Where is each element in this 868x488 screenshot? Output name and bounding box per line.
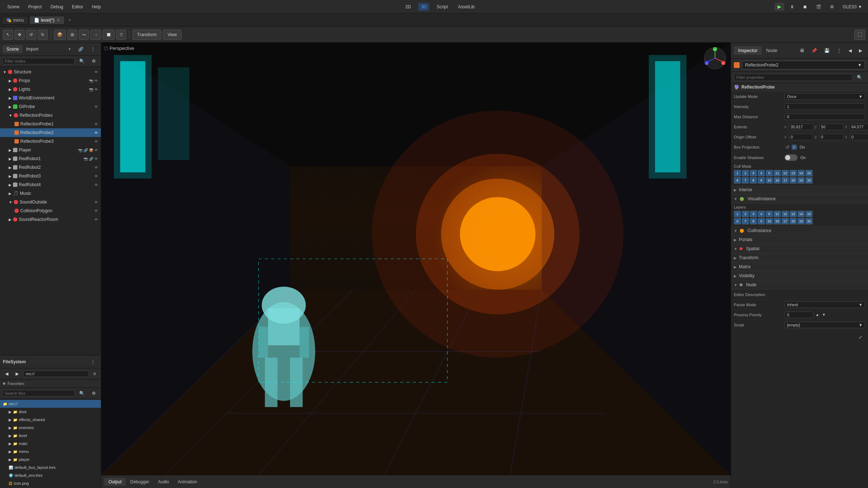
cull-cell-6[interactable]: 6 <box>734 177 741 184</box>
update-mode-dropdown[interactable]: Once ▼ <box>784 93 865 100</box>
settings-button[interactable]: ⚙ <box>827 3 837 11</box>
inspector-prev-button[interactable]: ◀ <box>846 47 855 55</box>
pause-mode-dropdown[interactable]: Inherit ▼ <box>784 301 865 308</box>
inspector-bookmark-button[interactable]: 📌 <box>809 47 820 55</box>
pause-button[interactable]: ⏸ <box>787 3 797 11</box>
layer-cell-4[interactable]: 4 <box>758 211 765 217</box>
inspector-tab-node[interactable]: Node <box>762 46 782 55</box>
structure-eye-icon[interactable]: 👁 <box>94 70 98 74</box>
giprobe-eye-icon[interactable]: 👁 <box>94 105 98 109</box>
layer-cell-16[interactable]: 16 <box>774 218 781 224</box>
layer-cell-19[interactable]: 19 <box>797 218 805 224</box>
cull-cell-8[interactable]: 8 <box>750 177 757 184</box>
tool-select[interactable]: ↖ <box>3 30 13 40</box>
section-node[interactable]: ▼ Node <box>731 281 868 290</box>
fs-item-main[interactable]: ▶ 📁 main <box>0 440 101 448</box>
cull-cell-2[interactable]: 2 <box>742 170 749 176</box>
mode-2d-button[interactable]: 2D <box>403 3 414 11</box>
scene-search-button[interactable]: 🔍 <box>76 57 88 65</box>
fs-item-default-env[interactable]: 🌍 default_env.tres <box>0 471 101 479</box>
fs-search-button[interactable]: 🔍 <box>76 389 88 397</box>
layer-cell-17[interactable]: 17 <box>782 218 789 224</box>
layer-cell-10[interactable]: 10 <box>766 218 773 224</box>
player-eye-icon[interactable]: 👁 <box>94 148 98 152</box>
fs-search-options[interactable]: ⚙ <box>89 389 99 397</box>
tree-item-player[interactable]: ▶ Player 📷 🔗 📦 👁 <box>0 146 101 154</box>
inspector-save-button[interactable]: 💾 <box>821 47 833 55</box>
cull-cell-4[interactable]: 4 <box>758 170 765 176</box>
menu-debug[interactable]: Debug <box>46 3 67 11</box>
script-dropdown[interactable]: [empty] ▼ <box>784 322 865 328</box>
fs-back-button[interactable]: ◀ <box>2 370 11 378</box>
bottom-tab-audio[interactable]: Audio <box>154 478 174 486</box>
section-visibility[interactable]: ▶ Visibility <box>731 271 868 281</box>
view-button[interactable]: View <box>163 30 182 40</box>
rp2-eye-icon[interactable]: 👁 <box>94 131 98 135</box>
box-projection-refresh[interactable]: ↺ <box>784 144 790 151</box>
tree-item-reflprobe2[interactable]: ReflectionProbe2 👁 <box>0 128 101 137</box>
cull-cell-15[interactable]: 15 <box>805 170 813 176</box>
scene-options-button[interactable]: ⋮ <box>88 45 98 53</box>
tree-item-redrobot2[interactable]: ▶ RedRobot2 👁 <box>0 163 101 172</box>
colpoly-eye-icon[interactable]: 👁 <box>94 209 98 213</box>
tool-snap[interactable]: ↪ <box>79 30 89 40</box>
rr2-eye-icon[interactable]: 👁 <box>94 166 98 170</box>
layer-cell-14[interactable]: 14 <box>797 211 805 217</box>
origin-z-input[interactable] <box>850 134 868 140</box>
fs-item-door[interactable]: ▶ 📁 door <box>0 408 101 416</box>
cull-cell-10[interactable]: 10 <box>766 177 773 184</box>
menu-project[interactable]: Project <box>24 3 46 11</box>
tool-arrow[interactable]: → <box>90 30 101 40</box>
bottom-tab-output[interactable]: Output <box>104 478 126 486</box>
section-cull-instance[interactable]: ▼ 🟠 CullInstance <box>731 226 868 235</box>
tree-item-collisionpolygon[interactable]: CollisionPolygon 👁 <box>0 206 101 215</box>
layer-cell-20[interactable]: 20 <box>805 218 813 224</box>
inspector-history-button[interactable]: 🏛 <box>797 47 807 55</box>
origin-x-input[interactable] <box>789 134 813 140</box>
box-projection-checkbox[interactable]: ✓ <box>792 145 797 150</box>
filesystem-options-button[interactable]: ⋮ <box>88 358 98 366</box>
cull-cell-14[interactable]: 14 <box>797 170 805 176</box>
layer-cell-2[interactable]: 2 <box>742 211 749 217</box>
inspector-next-button[interactable]: ▶ <box>856 47 865 55</box>
fs-item-level[interactable]: ▶ 📁 level <box>0 432 101 440</box>
lights-eye-icon[interactable]: 👁 <box>94 87 98 91</box>
mode-3d-button[interactable]: 3D <box>418 3 429 11</box>
cull-cell-7[interactable]: 7 <box>742 177 749 184</box>
cull-cell-1[interactable]: 1 <box>734 170 741 176</box>
layer-cell-13[interactable]: 13 <box>790 211 797 217</box>
cull-cell-20[interactable]: 20 <box>805 177 813 184</box>
cull-cell-16[interactable]: 16 <box>774 177 781 184</box>
rp3-eye-icon[interactable]: 👁 <box>94 140 98 144</box>
enable-shadows-track[interactable] <box>784 154 797 161</box>
fs-item-res[interactable]: 📁 res:// <box>0 400 101 408</box>
cull-cell-3[interactable]: 3 <box>750 170 757 176</box>
cull-cell-18[interactable]: 18 <box>790 177 797 184</box>
layer-cell-7[interactable]: 7 <box>742 218 749 224</box>
tab-scene[interactable]: Scene <box>3 45 22 53</box>
tree-item-worldenv[interactable]: ▶ WorldEnvironment <box>0 94 101 102</box>
extents-z-input[interactable] <box>850 124 868 130</box>
section-interior[interactable]: ▶ Interior <box>731 185 868 194</box>
layer-cell-8[interactable]: 8 <box>750 218 757 224</box>
tool-box[interactable]: 📦 <box>54 30 66 40</box>
cull-cell-11[interactable]: 11 <box>774 170 781 176</box>
rr4-eye-icon[interactable]: 👁 <box>94 183 98 187</box>
tree-item-reflprobe3[interactable]: ReflectionProbe3 👁 <box>0 137 101 146</box>
scene-search-input[interactable] <box>2 58 75 64</box>
fs-item-menu[interactable]: ▶ 📁 menu <box>0 448 101 455</box>
renderer-select[interactable]: GLES3 ▼ <box>840 3 865 11</box>
cull-cell-9[interactable]: 9 <box>758 177 765 184</box>
tool-more[interactable]: ▽ <box>116 30 126 40</box>
rr1-eye-icon[interactable]: 👁 <box>94 157 98 161</box>
cull-cell-12[interactable]: 12 <box>782 170 789 176</box>
movie-button[interactable]: 🎬 <box>813 3 824 11</box>
cull-cell-17[interactable]: 17 <box>782 177 789 184</box>
layer-cell-9[interactable]: 9 <box>758 218 765 224</box>
fs-item-icon[interactable]: 🖼 icon.png <box>0 479 101 487</box>
tree-item-reflprobes[interactable]: ▼ ReflectionProbes <box>0 111 101 120</box>
extents-y-input[interactable] <box>819 124 844 130</box>
viewport[interactable]: ⬡ Perspective Y X Z <box>101 43 731 475</box>
mode-script-button[interactable]: Script <box>434 3 451 11</box>
menu-scene[interactable]: Scene <box>3 3 24 11</box>
